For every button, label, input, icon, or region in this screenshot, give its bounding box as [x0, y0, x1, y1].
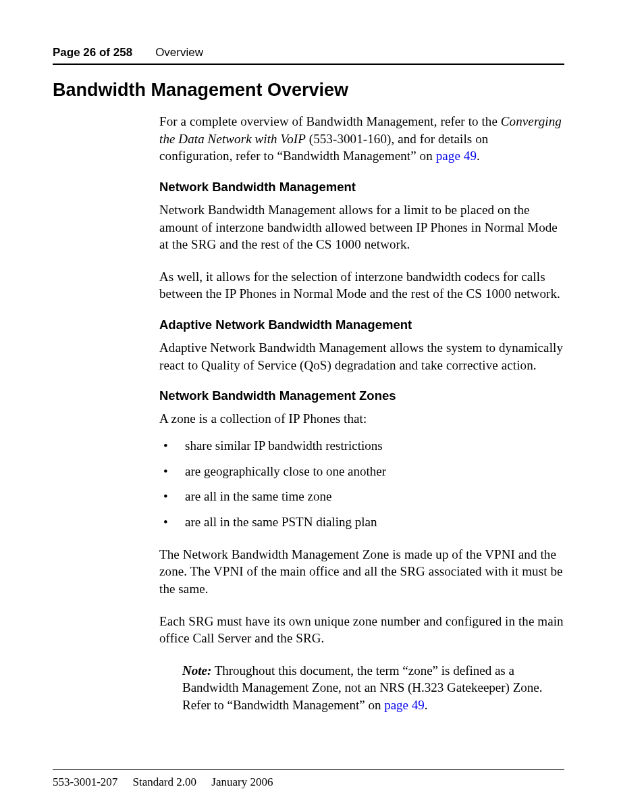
- bullet-text: share similar IP bandwidth restrictions: [185, 437, 383, 455]
- paragraph: Adaptive Network Bandwidth Management al…: [159, 339, 564, 374]
- list-item: •are all in the same time zone: [159, 488, 564, 505]
- page-number: Page 26 of 258: [53, 46, 132, 59]
- intro-pre: For a complete overview of Bandwidth Man…: [159, 114, 501, 128]
- intro-paragraph: For a complete overview of Bandwidth Man…: [159, 113, 564, 165]
- link-page-49[interactable]: page 49: [436, 149, 477, 163]
- note-label: Note:: [182, 663, 211, 678]
- note-post: .: [425, 698, 428, 712]
- page-footer: 553-3001-207 Standard 2.00 January 2006: [53, 769, 564, 789]
- paragraph: Each SRG must have its own unique zone n…: [159, 613, 564, 647]
- list-item: •are all in the same PSTN dialing plan: [159, 513, 564, 531]
- paragraph: Network Bandwidth Management allows for …: [159, 201, 564, 253]
- document-page: Page 26 of 258 Overview Bandwidth Manage…: [0, 0, 644, 812]
- page-header: Page 26 of 258 Overview: [53, 46, 564, 65]
- subheading-network-bm: Network Bandwidth Management: [159, 180, 564, 195]
- bullet-icon: •: [159, 437, 185, 455]
- footer-date: January 2006: [211, 776, 273, 788]
- body-content: For a complete overview of Bandwidth Man…: [159, 113, 564, 714]
- footer-docnum: 553-3001-207: [53, 776, 117, 788]
- note-block: Note: Throughout this document, the term…: [182, 662, 564, 714]
- bullet-icon: •: [159, 488, 185, 505]
- paragraph: A zone is a collection of IP Phones that…: [159, 410, 564, 428]
- paragraph: The Network Bandwidth Management Zone is…: [159, 546, 564, 598]
- subheading-adaptive-bm: Adaptive Network Bandwidth Management: [159, 318, 564, 332]
- footer-standard: Standard 2.00: [133, 776, 196, 788]
- intro-post: .: [477, 149, 480, 163]
- list-item: •are geographically close to one another: [159, 463, 564, 480]
- bullet-text: are all in the same time zone: [185, 488, 331, 505]
- bullet-text: are geographically close to one another: [185, 463, 386, 480]
- bullet-text: are all in the same PSTN dialing plan: [185, 513, 377, 531]
- link-page-49-note[interactable]: page 49: [384, 698, 425, 712]
- bullet-icon: •: [159, 513, 185, 531]
- header-section: Overview: [155, 46, 203, 59]
- list-item: •share similar IP bandwidth restrictions: [159, 437, 564, 455]
- subheading-bm-zones: Network Bandwidth Management Zones: [159, 388, 564, 403]
- bullet-list: •share similar IP bandwidth restrictions…: [159, 437, 564, 531]
- note-pre: Throughout this document, the term “zone…: [182, 663, 542, 712]
- section-title: Bandwidth Management Overview: [53, 80, 564, 101]
- bullet-icon: •: [159, 463, 185, 480]
- paragraph: As well, it allows for the selection of …: [159, 268, 564, 303]
